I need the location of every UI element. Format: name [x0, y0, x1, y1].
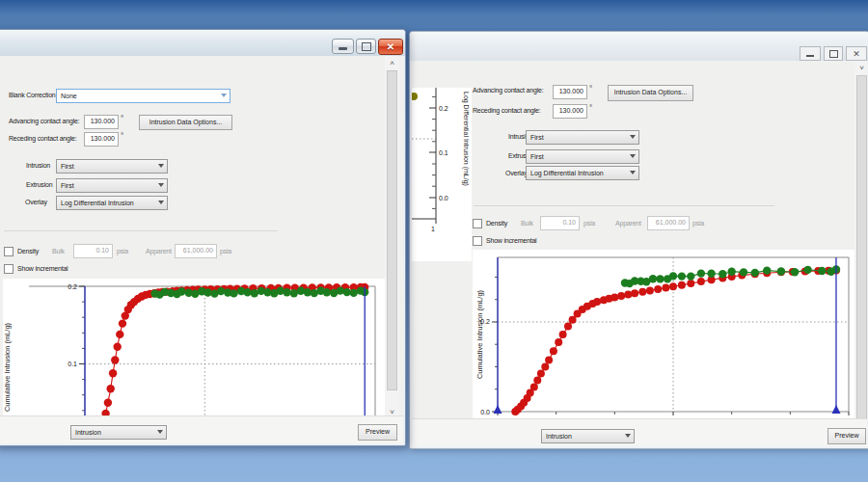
chevron-down-icon	[630, 171, 636, 174]
density-label: Density	[486, 220, 507, 227]
receding-contact-angle-label: Receding contact angle:	[9, 135, 77, 142]
footer-bar: Intrusion Preview	[412, 418, 867, 446]
background-chart-axis-strip: 0.20.10.01Log Differential Intrusion (mL…	[412, 88, 472, 261]
intrusion-data-options-button[interactable]: Intrusion Data Options...	[608, 85, 693, 101]
scrollbar-thumb[interactable]	[387, 70, 397, 390]
svg-text:Cumulative Intrusion (mL/g): Cumulative Intrusion (mL/g)	[3, 322, 12, 412]
advancing-degree-unit: °	[589, 84, 592, 93]
svg-text:0.2: 0.2	[439, 105, 448, 112]
svg-text:0.0: 0.0	[439, 195, 448, 201]
bulk-label: Bulk	[52, 248, 65, 254]
intrusion-select-value: First	[530, 134, 544, 141]
apparent-psia-unit: psia	[220, 248, 231, 254]
close-button[interactable]: ✕	[378, 39, 403, 55]
close-button[interactable]: ✕	[846, 46, 867, 61]
chevron-down-icon	[630, 154, 636, 158]
maximize-button[interactable]	[824, 46, 843, 61]
titlebar[interactable]: ✕	[410, 32, 868, 61]
chevron-down-icon	[158, 164, 164, 168]
minimize-button[interactable]	[800, 46, 821, 61]
overlay-select-value: Log Differential Intrusion	[61, 200, 134, 206]
show-incremental-checkbox[interactable]	[4, 264, 14, 274]
log-differential-axis: 0.20.10.01Log Differential Intrusion (mL…	[412, 88, 472, 261]
apparent-pressure-input[interactable]: 61,000.00	[175, 244, 217, 258]
receding-contact-angle-label: Receding contact angle:	[473, 107, 541, 114]
svg-text:0.0: 0.0	[480, 409, 490, 415]
overlay-select[interactable]: Log Differential Intrusion	[526, 166, 639, 180]
extrusion-select-value: First	[530, 153, 544, 160]
advancing-degree-unit: °	[121, 114, 123, 122]
receding-contact-angle-input[interactable]: 130.000	[84, 132, 119, 147]
chevron-down-icon	[630, 135, 636, 139]
preview-button[interactable]: Preview	[827, 428, 866, 444]
minimize-button[interactable]	[332, 39, 354, 54]
intrusion-select[interactable]: First	[526, 130, 639, 145]
vertical-scrollbar[interactable]: ˅ ˅	[854, 61, 867, 446]
apparent-pressure-input[interactable]: 61,000.00	[647, 216, 690, 230]
view-selector[interactable]: Intrusion	[70, 425, 167, 440]
chevron-down-icon	[157, 430, 163, 434]
close-icon: ✕	[387, 41, 394, 52]
maximize-button[interactable]	[356, 39, 376, 54]
intrusion-select-value: First	[61, 163, 74, 170]
show-incremental-label: Show incremental	[17, 265, 68, 272]
divider	[4, 230, 278, 231]
bulk-pressure-input[interactable]: 0.10	[540, 216, 580, 230]
intrusion-options-dialog-left: ✕ Blank Correction None Advancing contac…	[0, 29, 406, 446]
chevron-down-icon	[158, 201, 164, 204]
close-icon: ✕	[853, 49, 860, 59]
bulk-psia-unit: psia	[583, 220, 595, 227]
receding-contact-angle-input[interactable]: 130.000	[553, 104, 587, 119]
blank-correction-value: None	[61, 93, 77, 99]
advancing-contact-angle-input[interactable]: 130.000	[553, 85, 587, 99]
cumulative-intrusion-chart[interactable]: 0.00.20.1100100,000Cumulative Intrusion …	[473, 250, 855, 446]
maximize-icon	[362, 42, 371, 51]
view-selector[interactable]: Intrusion	[541, 429, 635, 443]
svg-text:1: 1	[431, 226, 435, 232]
receding-degree-unit: °	[121, 131, 123, 140]
svg-text:Cumulative Intrusion (mL/g): Cumulative Intrusion (mL/g)	[475, 289, 484, 379]
intrusion-label: Intrusion	[26, 162, 50, 169]
blank-correction-select[interactable]: None	[56, 89, 231, 103]
scroll-up-icon[interactable]: ˄	[385, 56, 399, 69]
advancing-contact-angle-label: Advancing contact angle:	[9, 118, 79, 124]
apparent-label: Apparent	[615, 220, 641, 227]
titlebar[interactable]: ✕	[0, 30, 405, 56]
scroll-up-icon[interactable]: ˅	[854, 61, 867, 74]
advancing-contact-angle-input[interactable]: 130.000	[84, 115, 119, 129]
svg-text:Log Differential Intrusion (mL: Log Differential Intrusion (mL/g)	[462, 92, 470, 186]
receding-degree-unit: °	[589, 103, 592, 112]
extrusion-select[interactable]: First	[526, 149, 639, 164]
advancing-contact-angle-label: Advancing contact angle:	[473, 87, 543, 94]
svg-text:0.1: 0.1	[439, 149, 448, 156]
overlay-select[interactable]: Log Differential Intrusion	[56, 196, 168, 210]
blank-correction-label: Blank Correction	[9, 92, 56, 98]
vertical-scrollbar[interactable]: ˄ ˅	[385, 56, 399, 418]
preview-button[interactable]: Preview	[358, 424, 397, 441]
chart-plot: 0.00.20.1100100,000Cumulative Intrusion …	[473, 250, 855, 446]
intrusion-select[interactable]: First	[56, 159, 168, 174]
show-incremental-checkbox[interactable]	[473, 236, 482, 246]
density-checkbox[interactable]	[473, 219, 482, 228]
desktop: { "colors": { "intrusion_series_red": "#…	[0, 0, 868, 482]
extrusion-select[interactable]: First	[56, 178, 168, 193]
chevron-down-icon	[625, 434, 631, 438]
show-incremental-label: Show incremental	[486, 237, 536, 244]
intrusion-data-options-button[interactable]: Intrusion Data Options...	[139, 115, 232, 130]
minimize-icon	[339, 47, 347, 50]
dialog-content: Blank Correction None Advancing contact …	[0, 56, 403, 443]
maximize-icon	[829, 50, 838, 58]
apparent-label: Apparent	[146, 248, 172, 254]
apparent-psia-unit: psia	[692, 220, 704, 227]
svg-text:0.1: 0.1	[68, 361, 77, 367]
view-selector-value: Intrusion	[546, 433, 572, 440]
view-selector-value: Intrusion	[75, 429, 101, 436]
chevron-down-icon	[158, 183, 164, 187]
density-checkbox[interactable]	[4, 247, 14, 256]
bulk-pressure-input[interactable]: 0.10	[73, 244, 113, 258]
extrusion-select-value: First	[61, 182, 74, 189]
overlay-select-value: Log Differential Intrusion	[530, 170, 604, 176]
scrollbar-thumb[interactable]	[856, 75, 867, 419]
intrusion-options-dialog-right: ✕ 0.20.10.01Log Differential Intrusion (…	[409, 31, 868, 449]
extrusion-label: Extrusion	[26, 181, 52, 188]
